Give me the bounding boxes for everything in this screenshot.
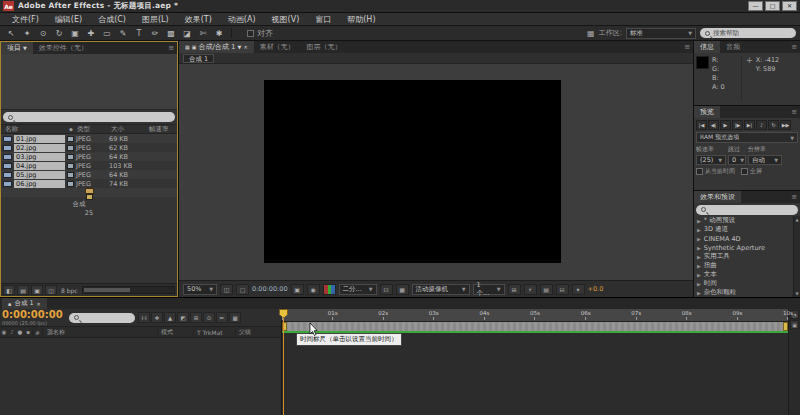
expand-arrow-icon[interactable]: ▶: [697, 263, 701, 269]
effects-search-input[interactable]: [696, 205, 798, 215]
column-name[interactable]: 名称: [1, 125, 65, 134]
tool-button[interactable]: ◪: [180, 27, 194, 39]
transport-button[interactable]: ♪: [756, 120, 767, 130]
exposure-value[interactable]: +0.0: [588, 285, 604, 293]
expand-arrow-icon[interactable]: ▶: [697, 227, 701, 233]
transport-button[interactable]: ▶|: [744, 120, 755, 130]
work-area-end-handle[interactable]: [783, 322, 788, 331]
preview-checkbox[interactable]: 全屏: [741, 167, 762, 176]
close-button[interactable]: ✕: [782, 1, 797, 11]
table-row[interactable]: 05.jpg JPEG 64 KB: [1, 170, 177, 179]
menu-item[interactable]: 帮助(H): [339, 14, 383, 25]
table-row[interactable]: 01.jpg JPEG 69 KB: [1, 134, 177, 143]
checkbox-icon[interactable]: [696, 168, 703, 175]
column-label-icon[interactable]: ◆: [65, 126, 77, 132]
transport-button[interactable]: |◀: [696, 120, 707, 130]
maximize-button[interactable]: □: [765, 1, 780, 11]
timeline-switch-icon[interactable]: ❖: [151, 312, 163, 323]
exposure-reset-icon[interactable]: ✦: [572, 284, 585, 295]
timeline-switch-icon[interactable]: ✏: [216, 312, 228, 323]
tool-button[interactable]: ▣: [68, 27, 82, 39]
comp-viewer[interactable]: [179, 64, 693, 280]
scroll-up-icon[interactable]: ▲: [795, 217, 798, 222]
transparency-grid-icon[interactable]: ▦: [396, 284, 409, 295]
tool-button[interactable]: ↖: [4, 27, 18, 39]
column-type[interactable]: 类型: [77, 125, 111, 134]
label-color-swatch[interactable]: [67, 136, 74, 142]
panel-menu-icon[interactable]: ≡: [165, 42, 177, 54]
menu-item[interactable]: 文件(F): [4, 14, 47, 25]
tool-button[interactable]: T: [132, 27, 146, 39]
timeline-switch-icon[interactable]: ⊞: [190, 312, 202, 323]
vertical-scrollbar[interactable]: ▲ ▼: [793, 216, 800, 297]
timeline-switch-icon[interactable]: I-I: [138, 312, 150, 323]
help-search-input[interactable]: 搜索帮助: [700, 28, 796, 38]
project-search-input[interactable]: [3, 112, 175, 122]
timeline-switch-icon[interactable]: ⊙: [203, 312, 215, 323]
av-feature-icon[interactable]: ▪: [24, 329, 32, 335]
table-row[interactable]: 04.jpg JPEG 103 KB: [1, 161, 177, 170]
column-source-name[interactable]: 源名称: [42, 328, 157, 337]
effects-group-row[interactable]: ▶ 3D 通道: [694, 225, 793, 234]
transport-button[interactable]: ◀|: [708, 120, 719, 130]
column-parent[interactable]: 父级: [235, 328, 281, 337]
menu-item[interactable]: 效果(T): [177, 14, 220, 25]
panel-menu-icon[interactable]: ≡: [788, 106, 800, 118]
tool-button[interactable]: ↻: [52, 27, 66, 39]
tab-effect-controls[interactable]: 效果控件（无）: [33, 42, 94, 54]
channels-icon[interactable]: [323, 284, 336, 295]
bit-depth-button[interactable]: 8 bpc: [59, 287, 80, 294]
project-footer-icon[interactable]: ▤: [17, 285, 29, 295]
tab-layer[interactable]: 图层（无）: [301, 41, 348, 53]
transport-button[interactable]: ▶▶: [780, 120, 791, 130]
timeline-search-input[interactable]: [69, 313, 135, 323]
layer-list-empty[interactable]: [0, 338, 281, 415]
av-feature-icon[interactable]: ●: [16, 329, 24, 335]
column-framerate[interactable]: 帧速率: [149, 125, 177, 134]
tab-footage[interactable]: 素材（无）: [254, 41, 301, 53]
expand-arrow-icon[interactable]: ▶: [697, 254, 701, 260]
menu-item[interactable]: 图层(L): [134, 14, 177, 25]
effects-group-row[interactable]: ▶ 实用工具: [694, 252, 793, 261]
preview-resolution-dropdown[interactable]: 自动 ▼: [748, 155, 782, 165]
scrollbar-thumb[interactable]: [84, 288, 130, 292]
tool-button[interactable]: ✄: [196, 27, 210, 39]
timeline-track-area[interactable]: 0s01s02s03s04s05s06s07s08s09s10s 时间标尺（单击…: [282, 309, 788, 415]
ram-options-dropdown[interactable]: RAM 预览选项 ▼: [696, 132, 798, 143]
effects-group-row[interactable]: ▶ * 动画预设: [694, 216, 793, 225]
current-timecode[interactable]: 0:00:00:00: [2, 310, 66, 320]
align-checkbox[interactable]: [247, 30, 254, 37]
view-layout-dropdown[interactable]: 1 个... ▼: [473, 284, 505, 295]
expand-arrow-icon[interactable]: ▶: [697, 218, 701, 224]
menu-item[interactable]: 动画(A): [220, 14, 264, 25]
tool-button[interactable]: ✎: [116, 27, 130, 39]
expand-arrow-icon[interactable]: ▶: [697, 236, 701, 242]
show-snapshot-icon[interactable]: ◉: [307, 284, 320, 295]
expand-arrow-icon[interactable]: ▶: [697, 290, 701, 296]
column-trkmat[interactable]: T TrkMat: [193, 329, 235, 336]
comp-stage[interactable]: [264, 80, 561, 263]
column-layer-number[interactable]: #: [32, 329, 42, 336]
comp-viewer-chip[interactable]: 合成 1: [183, 54, 214, 63]
close-icon[interactable]: ✕: [37, 301, 41, 307]
workspace-dropdown[interactable]: 标准 ▼: [626, 28, 696, 39]
label-color-swatch[interactable]: [67, 163, 74, 169]
tool-button[interactable]: ✦: [20, 27, 34, 39]
align-toggle[interactable]: 对齐: [247, 28, 273, 39]
effects-group-row[interactable]: ▶ 扭曲: [694, 261, 793, 270]
effects-group-row[interactable]: ▶ Synthetic Aperture: [694, 243, 793, 252]
tab-audio[interactable]: 音频: [720, 41, 746, 53]
column-size[interactable]: 大小: [111, 125, 149, 134]
effects-group-row[interactable]: ▶ 杂色和颗粒: [694, 288, 793, 297]
strip-icon[interactable]: ▣: [790, 320, 799, 329]
tool-button[interactable]: ⊙: [36, 27, 50, 39]
label-color-swatch[interactable]: [67, 172, 74, 178]
tool-button[interactable]: ✚: [84, 27, 98, 39]
snapshot-icon[interactable]: ▣: [291, 284, 304, 295]
checkbox-icon[interactable]: [741, 168, 748, 175]
work-area-bar[interactable]: [282, 322, 788, 331]
menu-item[interactable]: 编辑(E): [47, 14, 90, 25]
panel-menu-icon[interactable]: ≡: [788, 191, 800, 203]
label-color-swatch[interactable]: [67, 145, 74, 151]
framerate-dropdown[interactable]: (25) ▼: [696, 155, 726, 165]
